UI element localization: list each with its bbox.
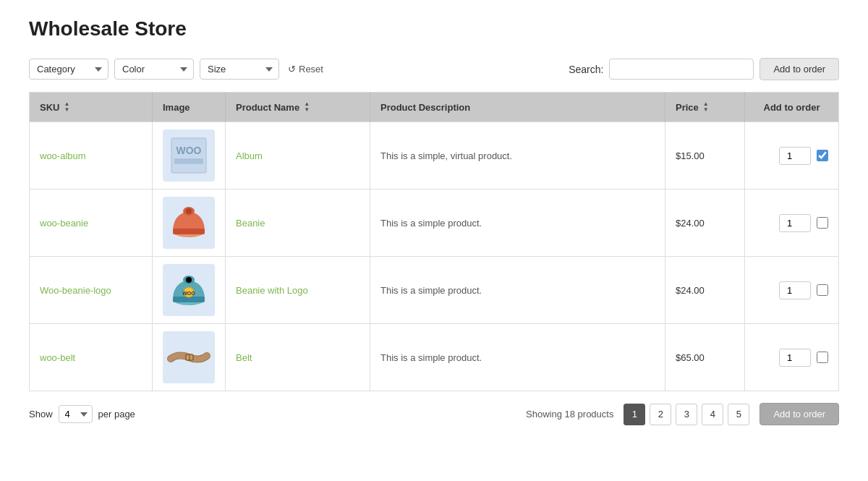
product-desc-cell: This is a simple product. bbox=[370, 190, 665, 257]
sku-cell: Woo-beanie-logo bbox=[30, 257, 153, 324]
col-header-name: Product Name ▲▼ bbox=[226, 93, 370, 122]
price-text: $24.00 bbox=[676, 285, 705, 296]
qty-input[interactable] bbox=[779, 281, 811, 299]
table-row: woo-belt Belt bbox=[30, 324, 839, 391]
image-cell: WOO bbox=[153, 257, 226, 324]
reset-button[interactable]: ↺ Reset bbox=[288, 64, 323, 75]
page-button-1[interactable]: 1 bbox=[624, 404, 645, 425]
reset-label: Reset bbox=[299, 64, 323, 75]
table-row: Woo-beanie-logo WO bbox=[30, 257, 839, 324]
image-cell: WOO bbox=[153, 122, 226, 190]
price-cell: $15.00 bbox=[665, 122, 745, 190]
add-checkbox[interactable] bbox=[817, 352, 828, 363]
sku-cell: woo-beanie bbox=[30, 190, 153, 257]
add-cell bbox=[745, 257, 839, 324]
page-button-4[interactable]: 4 bbox=[702, 404, 723, 425]
pagination-area: Showing 18 products 1 2 3 4 5 Add to ord… bbox=[526, 403, 839, 425]
sku-link[interactable]: woo-belt bbox=[40, 352, 75, 363]
sku-link[interactable]: woo-beanie bbox=[40, 218, 88, 229]
page-button-3[interactable]: 3 bbox=[676, 404, 697, 425]
show-per-page-select[interactable]: 4 8 12 24 bbox=[59, 405, 93, 423]
sku-link[interactable]: Woo-beanie-logo bbox=[40, 285, 111, 296]
size-select[interactable]: Size All Small Medium Large bbox=[200, 59, 279, 80]
price-cell: $24.00 bbox=[665, 190, 745, 257]
add-checkbox[interactable] bbox=[817, 217, 828, 229]
col-header-price: Price ▲▼ bbox=[665, 93, 745, 122]
product-image-album: WOO bbox=[163, 129, 215, 182]
col-header-image: Image bbox=[153, 93, 226, 122]
product-name-link[interactable]: Belt bbox=[236, 352, 252, 363]
product-desc-text: This is a simple product. bbox=[380, 218, 482, 229]
search-label: Search: bbox=[569, 64, 603, 75]
category-select[interactable]: Category All Music Clothing bbox=[29, 59, 109, 80]
page-title: Wholesale Store bbox=[29, 17, 839, 41]
sku-cell: woo-belt bbox=[30, 324, 153, 391]
search-input[interactable] bbox=[609, 59, 754, 80]
price-cell: $24.00 bbox=[665, 257, 745, 324]
col-header-desc: Product Description bbox=[370, 93, 665, 122]
qty-input[interactable] bbox=[779, 147, 811, 165]
svg-text:WOO: WOO bbox=[182, 291, 195, 296]
price-text: $15.00 bbox=[676, 150, 705, 161]
svg-rect-9 bbox=[173, 229, 205, 234]
add-cell bbox=[745, 190, 839, 257]
search-area: Search: Add to order bbox=[569, 58, 839, 80]
price-cell: $65.00 bbox=[665, 324, 745, 391]
add-checkbox[interactable] bbox=[817, 284, 828, 296]
products-table: SKU ▲▼ Image Product Name ▲▼ Product Des… bbox=[29, 92, 839, 391]
qty-input[interactable] bbox=[779, 214, 811, 232]
qty-input[interactable] bbox=[779, 349, 811, 367]
price-text: $65.00 bbox=[676, 352, 705, 363]
table-header-row: SKU ▲▼ Image Product Name ▲▼ Product Des… bbox=[30, 93, 839, 122]
color-select[interactable]: Color All Red Blue Green bbox=[114, 59, 194, 80]
product-name-cell: Album bbox=[226, 122, 370, 190]
show-label: Show bbox=[29, 409, 53, 420]
product-desc-cell: This is a simple product. bbox=[370, 324, 665, 391]
product-name-cell: Belt bbox=[226, 324, 370, 391]
add-to-order-button-bottom[interactable]: Add to order bbox=[760, 403, 839, 425]
page-button-2[interactable]: 2 bbox=[650, 404, 671, 425]
col-header-sku: SKU ▲▼ bbox=[30, 93, 153, 122]
product-desc-cell: This is a simple product. bbox=[370, 257, 665, 324]
sku-cell: woo-album bbox=[30, 122, 153, 190]
product-desc-text: This is a simple product. bbox=[380, 285, 482, 296]
svg-point-15 bbox=[186, 277, 192, 283]
page-button-5[interactable]: 5 bbox=[728, 404, 749, 425]
reset-icon: ↺ bbox=[288, 64, 296, 75]
product-desc-cell: This is a simple, virtual product. bbox=[370, 122, 665, 190]
footer: Show 4 8 12 24 per page Showing 18 produ… bbox=[29, 403, 839, 425]
product-desc-text: This is a simple, virtual product. bbox=[380, 150, 512, 161]
image-cell bbox=[153, 190, 226, 257]
table-row: woo-album WOO Album This is a bbox=[30, 122, 839, 190]
price-text: $24.00 bbox=[676, 218, 705, 229]
product-image-beanie bbox=[163, 197, 215, 249]
add-cell bbox=[745, 122, 839, 190]
image-cell bbox=[153, 324, 226, 391]
product-desc-text: This is a simple product. bbox=[380, 352, 482, 363]
product-name-link[interactable]: Beanie with Logo bbox=[236, 285, 308, 296]
svg-text:WOO: WOO bbox=[176, 145, 202, 156]
product-name-link[interactable]: Album bbox=[236, 150, 263, 161]
per-page-label: per page bbox=[98, 409, 135, 420]
sku-link[interactable]: woo-album bbox=[40, 150, 86, 161]
add-checkbox[interactable] bbox=[817, 150, 828, 161]
product-image-beanie-logo: WOO bbox=[163, 264, 215, 316]
table-row: woo-beanie Beanie bbox=[30, 190, 839, 257]
product-name-cell: Beanie with Logo bbox=[226, 257, 370, 324]
product-name-cell: Beanie bbox=[226, 190, 370, 257]
col-header-add: Add to order bbox=[745, 93, 839, 122]
product-name-link[interactable]: Beanie bbox=[236, 218, 265, 229]
svg-rect-3 bbox=[174, 158, 203, 164]
add-to-order-button-top[interactable]: Add to order bbox=[760, 58, 839, 80]
product-image-belt bbox=[163, 331, 215, 383]
add-cell bbox=[745, 324, 839, 391]
svg-point-10 bbox=[186, 208, 192, 214]
showing-text: Showing 18 products bbox=[526, 409, 613, 420]
toolbar: Category All Music Clothing Color All Re… bbox=[29, 58, 839, 80]
